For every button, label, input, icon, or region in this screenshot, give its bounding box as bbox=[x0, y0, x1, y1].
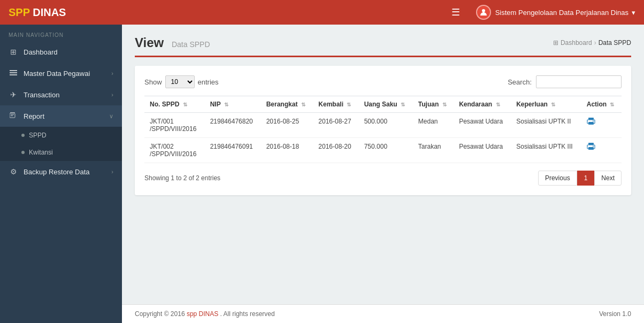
col-kembali: Kembali ⇅ bbox=[313, 96, 358, 113]
rights-text: . All rights reserved bbox=[220, 310, 275, 318]
show-entries: Show 10 25 50 100 entries bbox=[144, 75, 219, 88]
cell-action-1 bbox=[581, 113, 622, 138]
sidebar-subitem-sppd[interactable]: SPPD bbox=[0, 127, 122, 144]
show-label: Show bbox=[144, 78, 162, 86]
sidebar-item-dashboard[interactable]: ⊞ Dashboard bbox=[0, 41, 122, 63]
breadcrumb-home-icon: ⊞ bbox=[553, 39, 558, 47]
footer: Copyright © 2016 spp DINAS . All rights … bbox=[122, 304, 644, 323]
entries-select[interactable]: 10 25 50 100 bbox=[165, 75, 195, 88]
dot-icon-kwitansi bbox=[21, 151, 25, 154]
pagination: Previous 1 Next bbox=[538, 171, 622, 186]
user-avatar-icon bbox=[476, 5, 491, 20]
sort-icon-nosppd[interactable]: ⇅ bbox=[183, 102, 187, 107]
svg-rect-11 bbox=[593, 121, 594, 122]
transaction-icon: ✈ bbox=[9, 90, 18, 99]
sidebar-sub-label-sppd: SPPD bbox=[29, 132, 47, 139]
cell-nip-1: 219846476820 bbox=[205, 113, 261, 138]
sort-icon-uangsaku[interactable]: ⇅ bbox=[401, 102, 405, 107]
sort-icon-kendaraan[interactable]: ⇅ bbox=[496, 102, 500, 107]
nav-section-title: MAIN NAVIGATION bbox=[0, 25, 122, 41]
footer-copyright: Copyright © 2016 spp DINAS . All rights … bbox=[135, 310, 275, 318]
sidebar-item-transaction[interactable]: ✈ Transaction › bbox=[0, 84, 122, 105]
content-area: View Data SPPD ⊞ Dashboard › Data SPPD bbox=[122, 25, 644, 323]
page-title-main: View bbox=[135, 35, 164, 50]
col-berangkat: Berangkat ⇅ bbox=[261, 96, 313, 113]
cell-kendaraan-2: Pesawat Udara bbox=[454, 138, 511, 163]
svg-rect-7 bbox=[11, 116, 13, 116]
col-no-sppd: No. SPPD ⇅ bbox=[144, 96, 205, 113]
svg-rect-1 bbox=[10, 70, 17, 71]
table-row: JKT/001/SPPD/VIII/2016 219846476820 2016… bbox=[144, 113, 622, 138]
sort-icon-berangkat[interactable]: ⇅ bbox=[301, 102, 305, 107]
sort-icon-nip[interactable]: ⇅ bbox=[224, 102, 228, 107]
logo-part1: SPP bbox=[9, 6, 30, 18]
breadcrumb-item-dashboard[interactable]: Dashboard bbox=[561, 39, 592, 47]
sidebar-subitem-kwitansi[interactable]: Kwitansi bbox=[0, 144, 122, 161]
entries-label: entries bbox=[198, 78, 219, 86]
app-logo: SPP DINAS bbox=[9, 6, 66, 19]
backup-icon: ⚙ bbox=[9, 167, 18, 176]
sort-icon-kembali[interactable]: ⇅ bbox=[347, 102, 351, 107]
cell-nip-2: 219846476091 bbox=[205, 138, 261, 163]
sort-icon-keperluan[interactable]: ⇅ bbox=[551, 102, 555, 107]
breadcrumb-item-current: Data SPPD bbox=[599, 39, 631, 47]
sort-icon-action[interactable]: ⇅ bbox=[610, 102, 614, 107]
svg-rect-8 bbox=[588, 118, 594, 120]
search-input[interactable] bbox=[536, 75, 622, 88]
chevron-right-icon: › bbox=[111, 70, 113, 76]
version-text: Version 1.0 bbox=[599, 310, 631, 318]
sidebar-label-report: Report bbox=[24, 112, 44, 120]
table-controls: Show 10 25 50 100 entries Search: bbox=[144, 75, 622, 88]
main-layout: MAIN NAVIGATION ⊞ Dashboard Master Data … bbox=[0, 25, 644, 323]
cell-no-sppd-2: JKT/002/SPPD/VIII/2016 bbox=[144, 138, 205, 163]
page-divider bbox=[135, 56, 631, 57]
cell-berangkat-1: 2016-08-25 bbox=[261, 113, 313, 138]
print-button-1[interactable] bbox=[587, 118, 595, 128]
copyright-text: Copyright © 2016 bbox=[135, 310, 185, 318]
col-uang-saku: Uang Saku ⇅ bbox=[359, 96, 413, 113]
page-title-area: View Data SPPD bbox=[135, 35, 210, 50]
sidebar: MAIN NAVIGATION ⊞ Dashboard Master Data … bbox=[0, 25, 122, 323]
report-icon bbox=[9, 111, 18, 121]
cell-tujuan-1: Medan bbox=[413, 113, 454, 138]
cell-keperluan-2: Sosialisasi UPTK III bbox=[511, 138, 581, 163]
menu-toggle-icon[interactable]: ☰ bbox=[451, 6, 460, 18]
user-dropdown[interactable]: Sistem Pengelolaan Data Perjalanan Dinas… bbox=[476, 5, 635, 20]
page-header: View Data SPPD ⊞ Dashboard › Data SPPD bbox=[135, 35, 631, 50]
sidebar-sub-report: SPPD Kwitansi bbox=[0, 127, 122, 161]
dropdown-arrow-icon: ▾ bbox=[632, 9, 635, 17]
table-footer: Showing 1 to 2 of 2 entries Previous 1 N… bbox=[144, 171, 622, 186]
col-tujuan: Tujuan ⇅ bbox=[413, 96, 454, 113]
chevron-right-icon-backup: › bbox=[111, 168, 113, 175]
chevron-down-icon-report: ∨ bbox=[109, 113, 113, 120]
search-box: Search: bbox=[508, 75, 622, 88]
table-header-row: No. SPPD ⇅ NIP ⇅ Berangkat ⇅ bbox=[144, 96, 622, 113]
page-1-button[interactable]: 1 bbox=[577, 171, 595, 186]
previous-button[interactable]: Previous bbox=[538, 171, 577, 186]
dot-icon-sppd bbox=[21, 134, 25, 137]
data-table: No. SPPD ⇅ NIP ⇅ Berangkat ⇅ bbox=[144, 96, 622, 163]
sidebar-item-report[interactable]: Report ∨ bbox=[0, 105, 122, 127]
sort-icon-tujuan[interactable]: ⇅ bbox=[442, 102, 447, 107]
dashboard-icon: ⊞ bbox=[9, 47, 18, 57]
svg-rect-2 bbox=[10, 72, 17, 73]
svg-rect-3 bbox=[10, 74, 17, 75]
print-button-2[interactable] bbox=[587, 143, 595, 153]
table-row: JKT/002/SPPD/VIII/2016 219846476091 2016… bbox=[144, 138, 622, 163]
breadcrumb-separator: › bbox=[594, 39, 596, 47]
sidebar-sub-label-kwitansi: Kwitansi bbox=[29, 149, 53, 156]
cell-berangkat-2: 2016-08-18 bbox=[261, 138, 313, 163]
sidebar-item-backup[interactable]: ⚙ Backup Restore Data › bbox=[0, 161, 122, 182]
cell-no-sppd-1: JKT/001/SPPD/VIII/2016 bbox=[144, 113, 205, 138]
page-subtitle: Data SPPD bbox=[172, 40, 210, 49]
cell-uang-saku-2: 750.000 bbox=[359, 138, 413, 163]
page-title: View Data SPPD bbox=[135, 35, 210, 50]
svg-rect-10 bbox=[588, 122, 594, 125]
showing-entries-text: Showing 1 to 2 of 2 entries bbox=[144, 174, 220, 182]
footer-link[interactable]: spp DINAS bbox=[187, 310, 218, 318]
next-button[interactable]: Next bbox=[594, 171, 622, 186]
cell-uang-saku-1: 500.000 bbox=[359, 113, 413, 138]
sidebar-item-master-data[interactable]: Master Data Pegawai › bbox=[0, 63, 122, 84]
svg-rect-12 bbox=[588, 143, 594, 145]
svg-point-0 bbox=[482, 9, 485, 12]
